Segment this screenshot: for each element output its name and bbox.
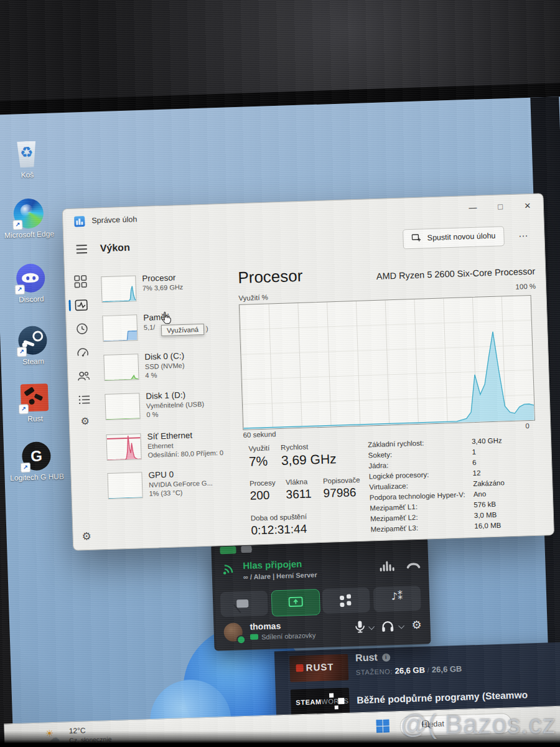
screen-share-status-icon xyxy=(250,634,258,639)
hand-cursor xyxy=(159,310,174,326)
chevron-down-icon[interactable] xyxy=(368,624,375,630)
minimize-button[interactable]: — xyxy=(459,195,486,220)
rust-logo-icon xyxy=(296,664,303,672)
desktop-icon-label: Microsoft Edge xyxy=(2,230,57,240)
cpu-model: AMD Ryzen 5 2600 Six-Core Processor xyxy=(376,266,536,281)
disk0-mini-chart xyxy=(103,354,139,381)
nav-services-icon[interactable]: ⚙ xyxy=(78,415,92,430)
start-button[interactable] xyxy=(376,720,390,733)
window-title: Správce úloh xyxy=(91,215,137,225)
desktop-icon-recycle-bin[interactable]: ♻ Koš xyxy=(0,138,55,181)
desktop-icon-edge[interactable]: ↗ Microsoft Edge xyxy=(1,197,57,240)
sidebar-item-cpu[interactable]: Procesor 7% 3,69 GHz xyxy=(100,271,239,312)
memory-mini-chart xyxy=(102,314,138,342)
watermark: @( Bazos.cz xyxy=(401,710,556,740)
rust-banner[interactable]: RUST xyxy=(289,654,348,682)
sidebar-item-disk1[interactable]: Disk 1 (D:) Vyměnitelné (USB) 0 % xyxy=(103,388,243,430)
selected-indicator xyxy=(68,300,71,311)
disconnect-icon[interactable] xyxy=(406,558,421,571)
gpu-mini-chart xyxy=(107,472,142,499)
gear-icon[interactable]: ⚙ xyxy=(411,618,422,632)
maximize-button[interactable]: □ xyxy=(487,195,513,219)
photo-of-monitor: ěj ♻ Koš ↗ Microsoft Edge ↗ Discord xyxy=(0,0,560,747)
run-new-task-button[interactable]: Spustit novou úlohu xyxy=(403,226,505,249)
downloaded-size: 26,6 GB xyxy=(394,665,425,676)
camera-icon xyxy=(241,546,251,553)
desktop-icon-label: Logitech G HUB xyxy=(9,472,64,483)
stat-uptime: Doba od spuštění 0:12:31:44 xyxy=(251,513,307,538)
desktop-icon-discord[interactable]: ↗ Discord xyxy=(2,262,58,305)
ethernet-mini-chart xyxy=(106,433,141,461)
nav-performance-icon[interactable] xyxy=(74,298,88,312)
desktop-icon-steam[interactable]: ↗ Steam xyxy=(5,324,61,367)
info-icon: i xyxy=(382,654,390,662)
stat-handles: Popisovače 97986 xyxy=(323,476,361,500)
panel-title: Procesor xyxy=(238,266,303,288)
activity-label: Sdílení obrazovky xyxy=(261,631,316,641)
camera-button[interactable] xyxy=(220,591,268,617)
stat-processes: Procesy 200 xyxy=(250,479,276,502)
nav-processes-icon[interactable] xyxy=(73,275,88,289)
disk1-mini-chart xyxy=(105,393,140,420)
nav-startup-apps-icon[interactable] xyxy=(76,345,90,360)
soundboard-activity-icon[interactable] xyxy=(380,560,401,572)
stat-utilization: Využití 7% xyxy=(248,444,270,469)
sidebar-item-gpu[interactable]: GPU 0 NVIDIA GeForce G... 1% (33 °C) xyxy=(106,467,245,509)
live-badge xyxy=(220,546,236,554)
settings-gear-icon[interactable]: ⚙ xyxy=(82,530,91,542)
activities-icon xyxy=(338,594,353,608)
more-options-button[interactable]: … xyxy=(513,225,534,245)
microphone-icon[interactable] xyxy=(353,620,367,634)
screen-content: ěj ♻ Koš ↗ Microsoft Edge ↗ Discord xyxy=(0,0,560,747)
discord-voice-panel: Hlas připojen ∞ / Alare | Herní Server xyxy=(211,537,431,651)
stat-threads: Vlákna 3611 xyxy=(286,477,312,501)
stat-speed: Rychlost 3,69 GHz xyxy=(281,442,337,468)
page-title: Výkon xyxy=(100,242,130,255)
cpu-mini-chart xyxy=(101,275,136,303)
download-progress: STAŽENO: 26,6 GB / 26,6 GB xyxy=(356,664,462,677)
voice-signal-icon xyxy=(222,561,236,576)
menu-hamburger-icon[interactable] xyxy=(72,242,91,261)
steamworks-banner[interactable]: STEAMWORKS xyxy=(291,688,350,716)
cpu-detail-panel: Procesor AMD Ryzen 5 2600 Six-Core Proce… xyxy=(236,253,545,545)
shortcut-arrow-icon: ↗ xyxy=(17,347,27,357)
desktop-icon-label: Rust xyxy=(7,414,62,425)
desktop-icon-logitech-ghub[interactable]: G ↗ Logitech G HUB xyxy=(9,440,65,483)
cloud-icon: ☁ xyxy=(49,731,60,745)
soundboard-icon: ♪⁑ xyxy=(373,590,421,603)
desktop-icon-label: Steam xyxy=(6,357,60,367)
chevron-down-icon[interactable] xyxy=(398,622,404,629)
task-manager-window: Správce úloh — □ ✕ Výkon Spustit novou ú… xyxy=(62,193,554,551)
tooltip: Využívaná xyxy=(161,324,205,336)
camera-off-icon xyxy=(236,599,248,608)
shortcut-arrow-icon: ↗ xyxy=(15,284,26,295)
sidebar-item-ethernet[interactable]: Síť Ethernet Ethernet Odesílání: 80,0 Př… xyxy=(105,429,244,471)
nav-app-history-icon[interactable] xyxy=(75,322,90,336)
download-item-title[interactable]: Rusti xyxy=(355,652,390,664)
headphones-icon[interactable] xyxy=(380,619,395,633)
voice-channel[interactable]: ∞ / Alare | Herní Server xyxy=(243,571,317,581)
task-manager-app-icon xyxy=(74,216,85,227)
nav-users-icon[interactable] xyxy=(77,369,91,383)
shortcut-arrow-icon: ↗ xyxy=(21,463,31,473)
total-size: 26,6 GB xyxy=(432,664,462,675)
shortcut-arrow-icon: ↗ xyxy=(12,220,23,230)
nav-details-icon[interactable] xyxy=(77,393,91,407)
cpu-usage-chart xyxy=(239,295,535,430)
desktop-icon-label: Discord xyxy=(4,294,58,305)
weather-condition: Cz. słonecznie xyxy=(69,735,112,744)
desktop-icon-rust[interactable]: ↗ Rust xyxy=(7,382,63,425)
online-status-dot xyxy=(236,635,246,644)
screen-share-icon xyxy=(288,596,304,609)
activities-button[interactable] xyxy=(322,588,370,614)
desktop-icon-label: Koš xyxy=(0,171,55,181)
temperature: 12°C xyxy=(69,726,86,735)
username: thomas xyxy=(250,621,281,632)
soundboard-button[interactable]: ♪⁑ xyxy=(373,586,421,612)
screen-share-button[interactable] xyxy=(271,589,320,616)
recycle-symbol-icon: ♻ xyxy=(11,143,42,162)
sidebar-item-disk0[interactable]: Disk 0 (C:) SSD (NVMe) 4 % xyxy=(102,349,241,391)
close-button[interactable]: ✕ xyxy=(514,194,541,218)
download-item-title[interactable]: Běžné podpůrné programy (Steamwo xyxy=(357,689,528,706)
new-task-icon xyxy=(411,233,421,242)
